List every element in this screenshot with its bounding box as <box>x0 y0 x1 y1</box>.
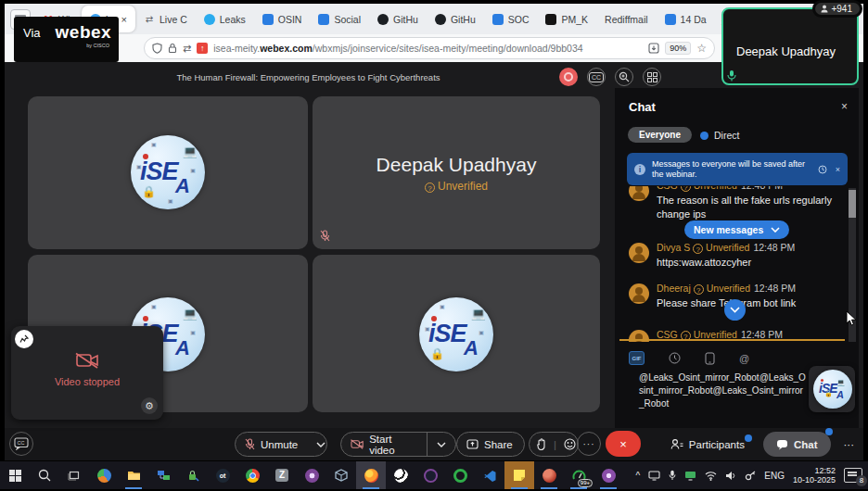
folder-icon <box>127 470 141 481</box>
tor-browser-icon[interactable] <box>297 461 326 489</box>
more-options-button[interactable]: ··· <box>577 432 601 456</box>
red-sphere-app-icon[interactable] <box>534 461 564 489</box>
start-button[interactable] <box>0 461 30 489</box>
video-tile-speaker[interactable]: Deepak Upadhyay ?Unverified <box>313 96 600 249</box>
lock-icon[interactable] <box>168 43 177 54</box>
tab-social[interactable]: Social <box>310 7 369 31</box>
layout-button[interactable] <box>643 68 661 86</box>
zoom-in-button[interactable] <box>615 68 633 86</box>
taskbar-search-button[interactable] <box>30 461 59 489</box>
tab-everyone[interactable]: Everyone <box>628 127 692 143</box>
tab-label: SOC <box>508 14 530 25</box>
logo-text: iSE <box>428 320 466 348</box>
share-button[interactable]: Share <box>456 432 525 457</box>
container-tabs-icon[interactable]: ⇄ <box>183 44 191 54</box>
mouse-cursor <box>846 310 858 327</box>
tray-wifi-icon[interactable] <box>705 471 717 481</box>
video-tile-1[interactable]: ▣▣▣▣ iSEA 💻 🔒 <box>28 96 308 249</box>
sticky-notes-icon[interactable] <box>504 461 534 489</box>
chat-scrollbar-thumb[interactable] <box>849 190 856 218</box>
chat-input[interactable]: @Leaks_Osint_mirror_Robot@Leaks_Osint_mi… <box>639 371 808 410</box>
history-icon[interactable] <box>669 352 681 364</box>
url-text[interactable]: isea-meity.webex.com/wbxmjs/joinservice/… <box>213 43 643 54</box>
zoom-level-badge[interactable]: 90% <box>665 42 691 55</box>
captions-button[interactable]: CC <box>587 68 606 86</box>
tab-soc[interactable]: SOC <box>484 7 538 31</box>
save-page-icon[interactable] <box>648 43 659 54</box>
football-app-icon[interactable] <box>386 461 415 489</box>
tray-key-icon[interactable] <box>745 471 756 481</box>
audio-options-button[interactable] <box>307 433 335 456</box>
ot-app-icon[interactable]: ot <box>208 461 237 489</box>
start-video-button[interactable]: Start video <box>341 433 427 456</box>
firefox-icon[interactable] <box>356 461 386 489</box>
tab-direct[interactable]: Direct <box>700 130 739 141</box>
mic-muted-icon <box>245 438 255 450</box>
gif-icon[interactable]: GIF <box>629 351 645 365</box>
chat-message[interactable]: CSG ?Unverified12:48 PM The reason is al… <box>615 186 847 221</box>
chat-message[interactable]: Divya S ?Unverified12:48 PM https:waw.at… <box>615 242 847 270</box>
url-bar[interactable]: ⇄ ↑ isea-meity.webex.com/wbxmjs/joinserv… <box>144 37 715 59</box>
system-monitor-app-icon[interactable]: 99+ <box>564 461 594 489</box>
virtualbox-icon[interactable] <box>326 461 356 489</box>
z-app-icon[interactable]: Z <box>267 461 297 489</box>
tab-pmk[interactable]: PM_K <box>537 7 596 31</box>
camera-off-icon <box>75 352 99 369</box>
right-more-options-button[interactable]: ··· <box>844 439 855 450</box>
pin-glyph <box>19 334 29 344</box>
tab-14da[interactable]: 14 Da <box>657 7 715 31</box>
file-explorer-icon[interactable] <box>119 461 148 489</box>
tor-browser-2-icon[interactable] <box>594 461 623 489</box>
participants-button[interactable]: Participants <box>670 438 750 450</box>
taskbar-clock[interactable]: 12:52 10-10-2025 <box>793 466 836 485</box>
vscode-icon[interactable] <box>475 461 504 489</box>
tray-expand-icon[interactable]: ^ <box>636 471 641 481</box>
timer-icon[interactable] <box>818 165 827 174</box>
record-indicator-icon[interactable] <box>559 68 578 86</box>
tab-close-icon[interactable]: × <box>121 14 127 25</box>
video-tile-4[interactable]: ▣▣▣ iSEA 💻 🔒 <box>313 255 600 412</box>
secure-network-app-icon[interactable] <box>178 461 208 489</box>
device-icon[interactable] <box>705 352 715 365</box>
emoji-icon[interactable] <box>564 438 576 450</box>
remote-desktop-app-icon[interactable] <box>148 461 178 489</box>
new-messages-button[interactable]: New messages <box>684 220 789 239</box>
gear-icon[interactable]: ⚙ <box>141 397 158 414</box>
chrome-icon[interactable] <box>237 461 267 489</box>
pin-icon[interactable] <box>15 330 33 348</box>
arrows-icon: ⇄ <box>144 14 155 25</box>
tab-osint[interactable]: OSIN <box>254 7 311 31</box>
extension-icon[interactable]: ↑ <box>197 43 208 54</box>
leave-meeting-button[interactable]: × <box>606 431 641 457</box>
shield-icon[interactable] <box>152 43 162 54</box>
meeting-title: The Human Firewall: Empowering Employees… <box>5 72 612 82</box>
chat-toggle-button[interactable]: Chat <box>763 432 831 457</box>
video-options-button[interactable] <box>428 433 455 456</box>
self-view-video-stopped[interactable]: Video stopped ⚙ <box>11 326 163 420</box>
notification-center-icon[interactable]: 8 <box>844 468 862 483</box>
tab-leaks[interactable]: Leaks <box>196 7 254 31</box>
scroll-to-latest-button[interactable] <box>724 299 746 321</box>
captions-toggle-button[interactable]: CC <box>9 432 33 456</box>
language-indicator[interactable]: ENG <box>764 471 785 481</box>
unmute-button[interactable]: Unmute <box>236 433 307 456</box>
mention-icon[interactable]: @ <box>739 353 749 364</box>
tab-github-2[interactable]: GitHu <box>427 7 484 31</box>
bookmark-star-icon[interactable]: ☆ <box>696 42 707 55</box>
tab-rediffmail[interactable]: Rediffmail <box>596 7 657 31</box>
tray-display-icon[interactable] <box>648 471 660 481</box>
tab-github-1[interactable]: GitHu <box>369 7 427 31</box>
active-speaker-overlay[interactable]: +941 Deepak Upadhyay <box>721 7 859 85</box>
tab-live[interactable]: ⇄Live C <box>135 7 196 31</box>
raise-hand-icon[interactable] <box>537 438 546 450</box>
chat-close-icon[interactable]: × <box>841 100 848 113</box>
fox-ring-app-icon[interactable] <box>415 461 445 489</box>
tray-mic-icon[interactable] <box>669 470 676 481</box>
tray-volume-icon[interactable] <box>725 471 736 481</box>
green-ring-app-icon[interactable] <box>445 461 475 489</box>
tray-cast-icon[interactable] <box>684 471 696 481</box>
banner-close-icon[interactable]: × <box>836 165 840 174</box>
pie-chart-app-icon[interactable] <box>89 461 119 489</box>
task-view-button[interactable] <box>59 461 89 489</box>
floating-video-thumbnail[interactable]: iSEA 💻 🔒 <box>809 366 855 412</box>
